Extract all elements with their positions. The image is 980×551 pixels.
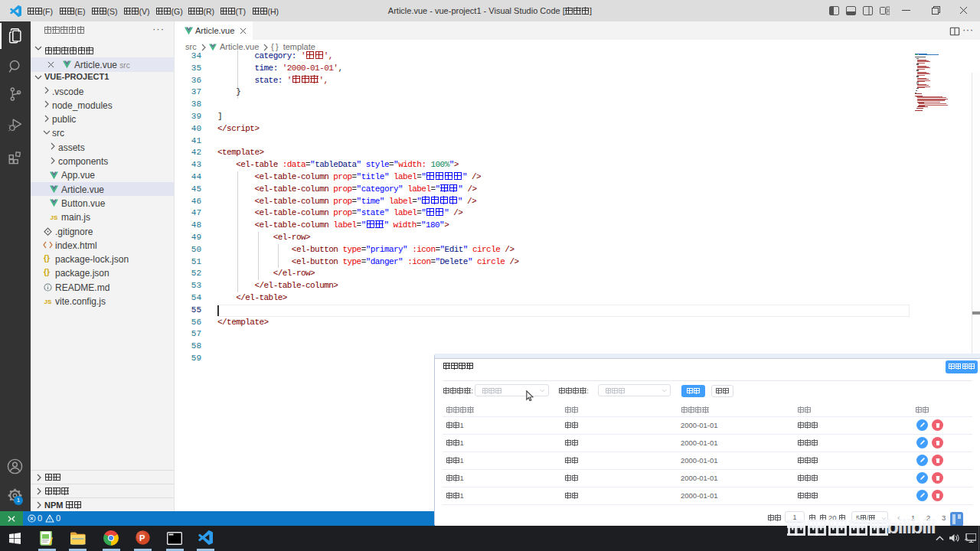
- svg-text:P: P: [139, 533, 145, 543]
